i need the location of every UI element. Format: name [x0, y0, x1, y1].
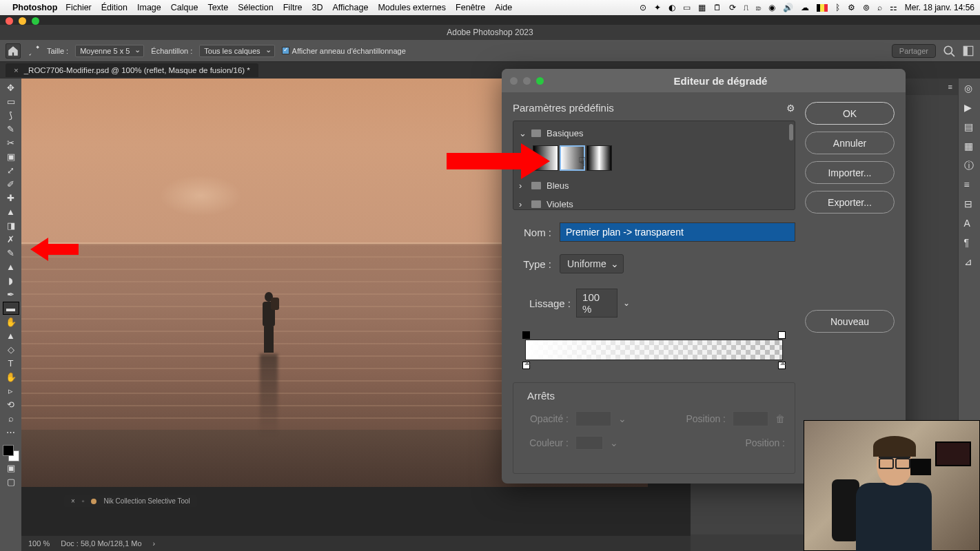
control-center-icon[interactable]: ⚏: [890, 3, 897, 12]
document-tab[interactable]: × _ROC7706-Modifier.psd @ 100% (reflet, …: [6, 63, 258, 77]
status-icon[interactable]: ◐: [668, 3, 675, 12]
color-stop-left[interactable]: [522, 362, 530, 369]
taille-select[interactable]: Moyenne 5 x 5: [75, 45, 144, 57]
app-menu[interactable]: Photoshop: [12, 3, 57, 12]
panel-icon[interactable]: ▤: [964, 121, 975, 132]
menu-image[interactable]: Image: [137, 3, 161, 12]
status-icon[interactable]: 🗒: [713, 3, 722, 12]
hand-tool[interactable]: ✋: [3, 371, 19, 384]
foreground-color-swatch[interactable]: [3, 445, 14, 456]
clock[interactable]: Mer. 18 janv. 14:56: [905, 3, 974, 12]
swatches-icon[interactable]: ▦: [964, 141, 975, 152]
crop-tool[interactable]: ✂: [3, 136, 19, 149]
opacity-stop-right[interactable]: [778, 331, 786, 339]
path-tool[interactable]: ◇: [3, 343, 19, 356]
status-icon[interactable]: ☁: [801, 3, 809, 12]
gear-icon[interactable]: ⚙: [786, 103, 795, 114]
status-icon[interactable]: ⎍: [744, 3, 748, 12]
quick-select-tool[interactable]: ✎: [3, 123, 19, 136]
lasso-tool[interactable]: ⟆: [3, 109, 19, 122]
clone-tool[interactable]: ▲: [3, 205, 19, 218]
status-icon[interactable]: ⚙: [848, 3, 855, 12]
position-input[interactable]: [733, 411, 768, 426]
opacity-stop-left[interactable]: [522, 331, 530, 339]
echantillon-select[interactable]: Tous les calques: [199, 45, 274, 57]
opacity-input[interactable]: [575, 411, 611, 426]
ring-checkbox-wrap[interactable]: Afficher anneau d'échantillonnage: [282, 47, 406, 55]
text-tool[interactable]: T: [3, 357, 19, 370]
menu-affichage[interactable]: Affichage: [332, 3, 368, 12]
smudge-tool[interactable]: ▲: [3, 260, 19, 273]
gradient-tool[interactable]: ▬: [3, 302, 19, 315]
smooth-input[interactable]: 100 %: [576, 289, 617, 318]
panel-icon[interactable]: ◎: [964, 83, 975, 94]
status-icon[interactable]: ⎄: [756, 3, 761, 12]
eyedropper-icon[interactable]: [28, 45, 40, 57]
share-button[interactable]: Partager: [892, 44, 936, 58]
menu-calque[interactable]: Calque: [171, 3, 198, 12]
name-input[interactable]: Premier plan -> transparent: [560, 222, 795, 242]
menu-aide[interactable]: Aide: [495, 3, 512, 12]
direct-select-tool[interactable]: ▹: [3, 384, 19, 397]
wifi-icon[interactable]: ⊚: [863, 3, 870, 12]
dialog-titlebar[interactable]: Editeur de dégradé: [502, 69, 906, 92]
preset-folder-bleus[interactable]: › Bleus: [516, 176, 792, 195]
maximize-window-button[interactable]: [32, 17, 39, 25]
status-icon[interactable]: ⊙: [640, 3, 646, 12]
color-swatch[interactable]: [3, 445, 19, 461]
rotate-tool[interactable]: ⟲: [3, 398, 19, 411]
menu-texte[interactable]: Texte: [207, 3, 228, 12]
menu-modules[interactable]: Modules externes: [378, 3, 446, 12]
screen-mode-button[interactable]: ▢: [3, 475, 19, 488]
preset-folder-basiques[interactable]: ⌄ Basiques: [516, 124, 792, 143]
marquee-tool[interactable]: ▭: [3, 95, 19, 108]
preset-folder-violets[interactable]: › Violets: [516, 195, 792, 210]
chevron-right-icon[interactable]: ›: [153, 539, 156, 548]
status-icon[interactable]: ⟳: [729, 3, 736, 12]
presets-list[interactable]: ⌄ Basiques ☟ › Bleus ›: [513, 121, 795, 210]
healing-tool[interactable]: ✚: [3, 191, 19, 205]
search-icon[interactable]: [943, 45, 955, 57]
status-icon[interactable]: ▦: [698, 3, 706, 12]
menu-3d[interactable]: 3D: [312, 3, 323, 12]
scrollbar[interactable]: [789, 124, 793, 141]
dodge-tool[interactable]: ◗: [3, 274, 19, 287]
close-tab-icon[interactable]: ×: [14, 66, 19, 74]
menu-fenetre[interactable]: Fenêtre: [456, 3, 485, 12]
move-tool[interactable]: ✥: [3, 81, 19, 94]
nik-collection-toolbar[interactable]: × ▫ Nik Collection Selective Tool: [64, 495, 197, 507]
adjustments-icon[interactable]: ⊿: [964, 256, 975, 267]
more-tools[interactable]: ⋯: [3, 426, 19, 439]
status-icon[interactable]: ✦: [654, 3, 661, 12]
pencil-tool[interactable]: ✎: [3, 247, 19, 260]
ok-button[interactable]: OK: [805, 102, 895, 125]
panel-menu-icon[interactable]: ≡: [948, 83, 952, 91]
menu-fichier[interactable]: Fichier: [65, 3, 92, 12]
export-button[interactable]: Exporter...: [805, 191, 895, 214]
minimize-dialog-button[interactable]: [523, 77, 531, 85]
trash-icon[interactable]: 🗑: [775, 413, 785, 424]
chevron-down-icon[interactable]: ⌄: [623, 298, 630, 308]
info-icon[interactable]: ⓘ: [964, 160, 975, 171]
pen-tool[interactable]: ✒: [3, 288, 19, 301]
gradient-bar[interactable]: [525, 340, 783, 360]
character-icon[interactable]: A: [964, 218, 975, 229]
paragraph-icon[interactable]: ¶: [964, 237, 975, 248]
gradient-ramp[interactable]: [513, 324, 795, 373]
quick-mask-button[interactable]: ▣: [3, 461, 19, 475]
flag-icon[interactable]: [817, 4, 828, 12]
maximize-dialog-button[interactable]: [536, 77, 544, 85]
status-icon[interactable]: ▭: [683, 3, 691, 12]
chevron-down-icon[interactable]: ⌄: [610, 437, 618, 448]
play-icon[interactable]: ▶: [964, 102, 975, 113]
history-brush-tool[interactable]: ✗: [3, 233, 19, 246]
eyedropper-tool[interactable]: ⤢: [3, 164, 19, 177]
zoom-level[interactable]: 100 %: [28, 539, 50, 548]
bluetooth-icon[interactable]: ᛒ: [835, 3, 840, 12]
menu-edition[interactable]: Édition: [101, 3, 127, 12]
close-window-button[interactable]: [6, 17, 13, 25]
expand-icon[interactable]: ▫: [82, 497, 85, 505]
panel-icon[interactable]: ≡: [964, 179, 975, 190]
brush-tool[interactable]: ✐: [3, 178, 19, 191]
import-button[interactable]: Importer...: [805, 161, 895, 184]
